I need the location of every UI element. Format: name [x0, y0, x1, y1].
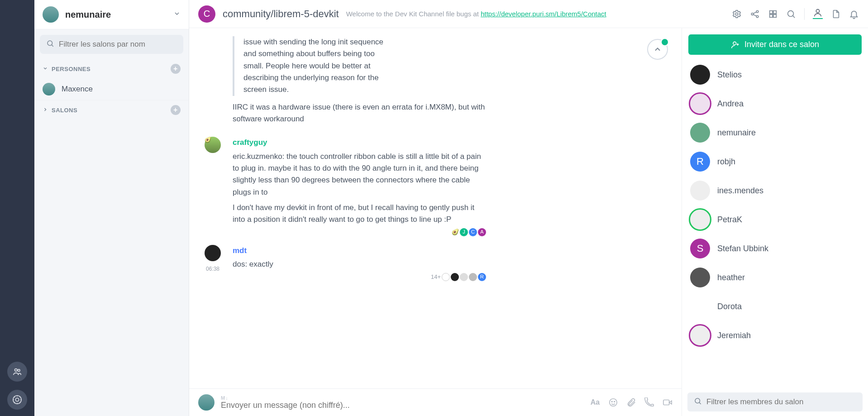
room-filter[interactable]	[40, 35, 183, 54]
settings-icon[interactable]	[732, 9, 742, 19]
svg-point-4	[48, 41, 52, 46]
chevron-down-icon	[43, 66, 48, 72]
user-name: nemunaire	[65, 10, 167, 20]
quoted-message: issue with sending the long init sequenc…	[233, 36, 386, 96]
avatar	[690, 65, 710, 85]
message: 🥑 craftyguy eric.kuzmenko: the touch con…	[201, 137, 670, 237]
search-icon[interactable]	[786, 9, 796, 19]
member-panel: Inviter dans ce salon SteliosAndreanemun…	[682, 28, 868, 416]
member-item[interactable]: Jeremiah	[688, 323, 862, 348]
member-filter-input[interactable]	[706, 397, 856, 406]
help-button[interactable]	[7, 390, 27, 410]
room-topic-link[interactable]: https://developer.puri.sm/Librem5/Contac…	[481, 10, 606, 18]
markdown-hint: M↓	[221, 395, 584, 401]
read-receipts[interactable]: 🥑 J C A	[233, 228, 486, 237]
message-time: 06:38	[206, 266, 219, 272]
nav-rail	[0, 0, 34, 416]
room-filter-input[interactable]	[59, 40, 177, 49]
svg-rect-22	[663, 400, 669, 405]
message-body: dos: exactly	[233, 258, 486, 270]
svg-point-20	[611, 401, 612, 402]
svg-rect-12	[770, 10, 773, 13]
avatar: S	[690, 239, 710, 258]
composer-avatar	[198, 394, 215, 411]
avatar	[43, 83, 55, 96]
member-name: Stefan Ubbink	[717, 244, 768, 253]
members-icon[interactable]	[813, 9, 823, 19]
avatar	[690, 325, 710, 345]
member-name: Dorota	[717, 302, 742, 311]
search-icon	[46, 39, 54, 49]
voice-call-icon[interactable]	[644, 397, 654, 407]
svg-point-2	[15, 398, 19, 401]
svg-point-6	[735, 13, 738, 15]
avatar	[690, 210, 710, 230]
people-name: Maxence	[62, 85, 93, 94]
svg-line-17	[793, 15, 795, 18]
notifications-icon[interactable]	[849, 9, 859, 19]
svg-rect-15	[773, 14, 776, 17]
avatar	[690, 296, 710, 316]
svg-point-1	[18, 369, 20, 372]
avatar	[690, 268, 710, 287]
files-icon[interactable]	[831, 9, 841, 19]
composer: M↓ Aa	[189, 388, 682, 416]
people-item[interactable]: Maxence	[34, 78, 189, 100]
member-item[interactable]: ines.mendes	[688, 178, 862, 203]
member-item[interactable]: Rrobjh	[688, 149, 862, 174]
sidebar: nemunaire PERSONNES + Maxence SALONS	[34, 0, 189, 416]
message-body: eric.kuzmenko: the touch controller ribb…	[233, 151, 486, 198]
scroll-to-unread-button[interactable]	[647, 39, 668, 60]
invite-button[interactable]: Inviter dans ce salon	[688, 34, 862, 55]
member-name: Andrea	[717, 99, 744, 109]
avatar	[690, 181, 710, 201]
member-item[interactable]: SStefan Ubbink	[688, 236, 862, 261]
member-item[interactable]: PetraK	[688, 207, 862, 232]
message: 06:38 mdt dos: exactly 14+ R	[201, 245, 670, 282]
apps-icon[interactable]	[768, 9, 778, 19]
search-icon	[694, 397, 702, 407]
member-item[interactable]: heather	[688, 265, 862, 290]
user-avatar	[43, 6, 59, 23]
timeline: issue with sending the long init sequenc…	[189, 28, 682, 388]
composer-input[interactable]	[221, 401, 584, 410]
room-title: community/librem-5-devkit	[223, 8, 339, 20]
emoji-icon[interactable]	[608, 397, 618, 407]
avatar	[690, 94, 710, 114]
format-icon[interactable]: Aa	[590, 397, 600, 407]
avatar	[205, 245, 221, 261]
main: C community/librem-5-devkit Welcome to t…	[189, 0, 868, 416]
message-sender[interactable]: mdt	[233, 245, 486, 257]
section-people-header[interactable]: PERSONNES +	[34, 59, 189, 78]
community-button[interactable]	[7, 362, 27, 382]
header-icons	[732, 8, 859, 20]
svg-line-28	[699, 402, 701, 404]
avatar: 🥑	[205, 137, 221, 153]
section-rooms-header[interactable]: SALONS +	[34, 100, 189, 120]
add-room-button[interactable]: +	[171, 105, 181, 115]
member-name: heather	[717, 273, 745, 282]
svg-line-11	[753, 14, 756, 16]
message-sender[interactable]: craftyguy	[233, 137, 486, 148]
svg-point-24	[733, 42, 736, 45]
member-item[interactable]: Dorota	[688, 294, 862, 319]
svg-rect-13	[773, 10, 776, 13]
member-filter[interactable]	[687, 392, 863, 411]
attach-icon[interactable]	[626, 397, 636, 407]
add-people-button[interactable]: +	[171, 64, 181, 74]
message-body: I don't have my devkit in front of me, b…	[233, 202, 486, 226]
avatar	[690, 123, 710, 143]
member-item[interactable]: Andrea	[688, 91, 862, 116]
room-header: C community/librem-5-devkit Welcome to t…	[189, 0, 868, 28]
svg-point-27	[695, 398, 700, 403]
video-call-icon[interactable]	[663, 397, 672, 407]
chevron-right-icon	[43, 107, 48, 114]
member-item[interactable]: Stelios	[688, 62, 862, 87]
share-icon[interactable]	[750, 9, 760, 19]
sidebar-user-header[interactable]: nemunaire	[34, 0, 189, 29]
read-receipts[interactable]: 14+ R	[233, 273, 486, 282]
svg-point-21	[614, 401, 615, 402]
svg-point-0	[15, 369, 18, 372]
svg-point-19	[610, 399, 617, 406]
member-item[interactable]: nemunaire	[688, 120, 862, 145]
